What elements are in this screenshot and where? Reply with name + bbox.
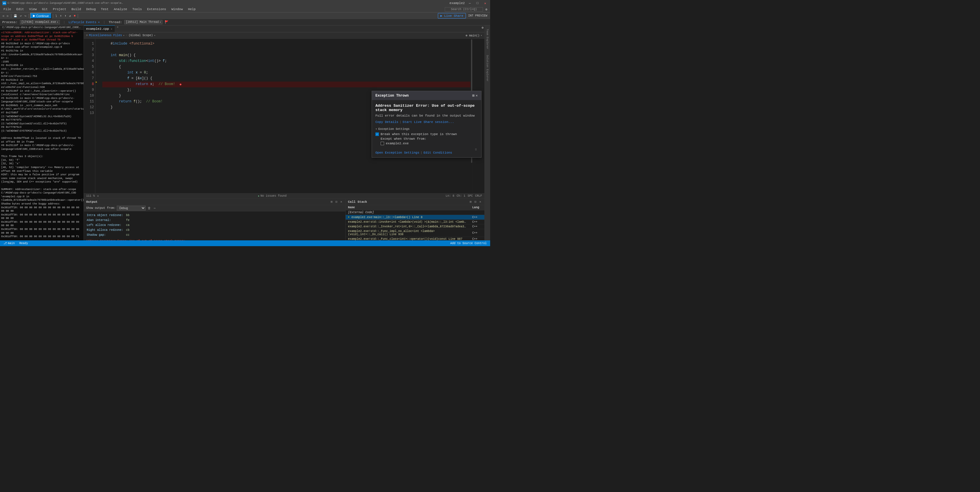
except-when-row: Except when thrown from: [380,137,478,141]
global-scope-dropdown[interactable]: (Global Scope) [129,34,153,37]
close-btn[interactable]: ✕ [482,1,488,6]
exception-settings-title: ▾ Exception Settings [375,127,478,131]
drag-handle: ⠿ [475,148,477,152]
minimize-btn[interactable]: — [467,1,473,5]
menu-bar: File Edit View Git Project Build Debug T… [0,6,490,12]
call-stack-pin-btn[interactable]: ⊞ [469,200,473,204]
menu-help[interactable]: Help [186,7,198,11]
menu-test[interactable]: Test [99,7,111,11]
main-func-dropdown[interactable]: ⊕ main() [466,34,479,37]
process-label: Process: [2,21,18,24]
liveshare-link[interactable]: Start Live Share session... [402,120,454,124]
editor-area: example2.cpp ✕ + ⚙ ≡ Miscellaneous Files… [84,26,484,198]
popup-pin-btn[interactable]: ⊞ [473,93,474,98]
menu-window[interactable]: Window [169,7,185,11]
open-exception-settings-link[interactable]: Open Exception Settings [375,151,419,155]
menu-extensions[interactable]: Extensions [145,7,169,11]
menu-edit[interactable]: Edit [14,7,26,11]
eol-mode[interactable]: CRLF [475,194,482,198]
toolbar-undo[interactable]: ↩ [19,14,23,18]
lifecycle-events[interactable]: Lifecycle Events ▾ [68,21,100,24]
word-wrap-btn[interactable]: ⇔ [153,206,157,210]
menu-build[interactable]: Build [69,7,83,11]
title-path: C:\MSDN\cpp-docs-pr\docs\c-language\ASAN… [8,2,123,5]
call-stack-panel: Call Stack ⊞ ⊡ ✕ Name Lang [346,199,484,240]
thread-selector[interactable]: [20512] Main Thread ▾ [124,20,162,24]
menu-file[interactable]: File [1,7,13,11]
editor-settings-btn[interactable]: ⚙ [480,26,484,32]
search-box[interactable]: Search (Ctrl+Q) [445,7,483,11]
git-status[interactable]: ⎇ main [2,241,16,245]
output-source-selector[interactable]: Debug [117,206,146,211]
invoker-fn: example2.exe!std::_Invoker_ret<int,0>::_… [348,225,470,228]
edit-conditions-link[interactable]: Edit Conditions [423,151,452,155]
zoom-level[interactable]: 111 % [86,194,95,198]
stack-row-invoker[interactable]: example2.exe!std::_Invoker_ret<int,0>::_… [346,224,484,229]
stack-row-invoke[interactable]: example2.exe!std::invoke<int <lambda>(vo… [346,220,484,224]
toolbar: ◁ ▷ 💾 ↩ ↪ ▶ Continue ⤵ ⬇ ⬆ ↺ ■ ▶ Live Sh… [0,12,490,19]
process-selector[interactable]: [17436] example2.exe ▾ [20,20,60,24]
tab-add-btn[interactable]: + [115,26,121,32]
stop[interactable]: ■ [73,14,76,18]
code-line-8: return x; // Boom! ● [102,81,471,87]
int-preview-btn[interactable]: INT PREVIEW [466,14,489,18]
line-info[interactable]: Ln: 8 [445,194,454,198]
title-bar: VS C:\MSDN\cpp-docs-pr\docs\c-language\A… [0,0,490,6]
tab-close-btn[interactable]: ✕ [111,27,112,31]
code-editor[interactable]: 1 2 3 4 5 6 7 8 9 10 11 12 13 [84,39,484,193]
call-stack-popout-btn[interactable]: ⊡ [474,200,477,204]
break-exception-checkbox[interactable]: ✓ [375,133,379,136]
menu-tools[interactable]: Tools [130,7,144,11]
popup-error-title: Address Sanitizer Error: Use of out-of-s… [375,104,478,112]
solution-explorer-tab[interactable]: Solution Explorer [485,53,489,84]
example-exe-checkbox[interactable] [380,142,384,145]
continue-button[interactable]: ▶ Continue [30,13,52,19]
misc-files-dropdown[interactable]: Miscellaneous Files [89,34,122,37]
toolbar-save[interactable]: 💾 [13,14,18,18]
stack-row-lambda[interactable]: ➤ example2.exe!main::_l3::<lambda>() Lin… [346,215,484,220]
global-scope-chevron: ▾ [154,34,156,37]
stack-row-func-class[interactable]: example2.exe!std::_Func_class<int>::oper… [346,237,484,241]
vs-icon: VS [2,1,6,5]
menu-analyze[interactable]: Analyze [111,7,129,11]
toolbar-redo[interactable]: ↪ [24,14,27,18]
indent-mode[interactable]: SPC [468,194,473,198]
liveshare-btn[interactable]: ▶ Live Share [438,13,466,19]
stack-row-func-impl[interactable]: example2.exe!std::_Func_impl_no_alloc<in… [346,229,484,237]
clear-output-btn[interactable]: 🗑 [147,206,152,210]
call-stack-controls: ⊞ ⊡ ✕ [469,200,482,204]
copy-details-link[interactable]: Copy Details [375,120,398,124]
toolbar-sep-4 [78,14,78,18]
settings-btn[interactable]: ⚙ [484,7,489,12]
menu-project[interactable]: Project [51,7,68,11]
code-line-7: f = [&x]() { [102,76,471,81]
terminal-title: C:\MSDN\cpp-docs-pr\docs\c-language\ASAN… [2,26,81,29]
call-stack-close-btn[interactable]: ✕ [478,200,482,204]
toolbar-back[interactable]: ◁ [1,14,5,18]
toolbar-forward[interactable]: ▷ [6,14,10,18]
func-class-fn: example2.exe!std::_Func_class<int>::oper… [348,238,462,240]
call-stack-header-row: Name Lang [346,205,484,210]
menu-git[interactable]: Git [40,7,50,11]
output-popout-btn[interactable]: ⊡ [335,200,339,204]
menu-debug[interactable]: Debug [84,7,98,11]
break-on-exception-row: ✓ Break when this exception type is thro… [375,133,478,136]
step-over[interactable]: ⤵ [54,14,58,18]
popup-header: Exception Thrown ⊞ ✕ [372,91,481,100]
add-to-source-btn[interactable]: Add to Source Control [449,242,488,245]
maximize-btn[interactable]: □ [475,1,480,5]
popup-close-btn[interactable]: ✕ [476,93,478,98]
stack-row-external[interactable]: [External Code] [346,210,484,215]
thread-value: [20512] Main Thread [126,21,159,24]
team-explorer-tab[interactable]: Team Explorer [485,27,489,51]
restart[interactable]: ↺ [68,14,72,18]
tab-example2[interactable]: example2.cpp ✕ [84,26,115,32]
step-out[interactable]: ⬆ [63,14,67,18]
call-stack-content: Name Lang [External Code] [346,205,484,240]
show-output-label: Show output from: [86,206,116,210]
menu-view[interactable]: View [27,7,39,11]
output-close-btn[interactable]: ✕ [339,200,343,204]
output-pin-btn[interactable]: ⊞ [330,200,334,204]
step-into[interactable]: ⬇ [59,14,63,18]
editor-header: ≡ Miscellaneous Files ▾ › (Global Scope)… [84,32,484,39]
